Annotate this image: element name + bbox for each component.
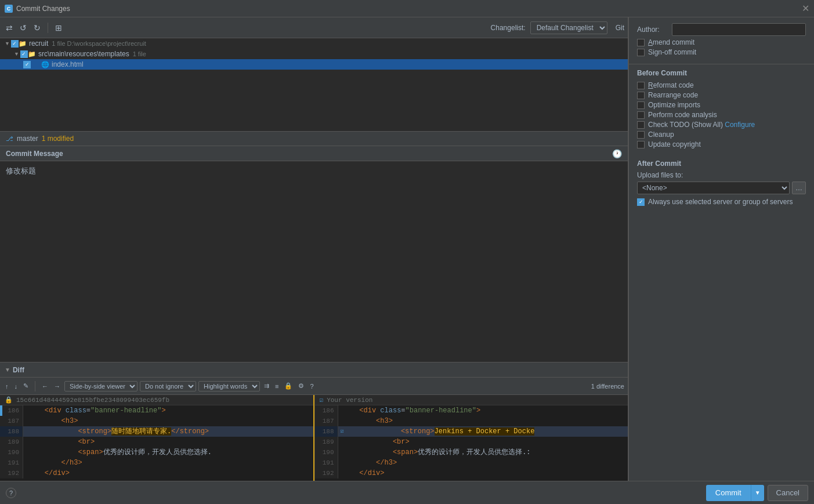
tree-item-index-html[interactable]: ✓ 🌐 index.html <box>0 59 628 70</box>
tree-meta-recruit: 1 file D:\workspace\project\recruit <box>52 40 146 47</box>
commit-dropdown-button[interactable]: ▼ <box>751 485 764 501</box>
always-use-label: Always use selected server or group of s… <box>648 198 793 206</box>
update-copyright-label: Update copyright <box>648 140 701 148</box>
rollback-button[interactable]: ↺ <box>17 22 29 34</box>
main-toolbar: ⇄ ↺ ↻ ⊞ Changelist: Default Changelist G… <box>0 17 628 38</box>
always-use-checkbox[interactable]: ✓ <box>637 198 645 206</box>
bottom-bar: ? Commit ▼ Cancel <box>0 481 814 504</box>
bottom-right: Commit ▼ Cancel <box>706 485 808 501</box>
tree-item-recruit[interactable]: ▼ ✓ 📁 recruit 1 file D:\workspace\projec… <box>0 38 628 49</box>
diff-columns-button[interactable]: ≡ <box>273 382 280 390</box>
checkbox-recruit[interactable]: ✓ <box>11 40 19 48</box>
before-commit-section: Before Commit Reformat code Rearrange co… <box>629 64 814 155</box>
diff-edit-button[interactable]: ✎ <box>21 382 30 390</box>
branch-name: master <box>17 135 38 143</box>
app-icon: C <box>5 5 13 13</box>
diff-help-button[interactable]: ? <box>308 382 315 390</box>
title-bar: C Commit Changes ✕ <box>0 0 814 17</box>
diff-navigate-left-button[interactable]: ← <box>40 382 50 390</box>
update-copyright-row: Update copyright <box>637 140 806 148</box>
diff-line-187-right: 187 <h3> <box>315 416 628 426</box>
help-button[interactable]: ? <box>6 488 16 498</box>
diff-collapse-arrow[interactable]: ▼ <box>5 367 10 373</box>
diff-left-hash: 15c661d48444592e815bfbe2348099403ec659fb <box>16 397 169 404</box>
upload-more-button[interactable]: … <box>792 182 806 194</box>
reformat-code-label: Reformat code <box>648 81 694 89</box>
bottom-left: ? <box>6 488 16 498</box>
sign-off-label: Sign-off commit <box>648 48 696 56</box>
commit-message-textarea[interactable]: 修改标题 <box>0 161 628 362</box>
diff-line-189-right: 189 <br> <box>315 437 628 447</box>
commit-button[interactable]: Commit <box>706 485 751 501</box>
diff-line-192-left: 192 </div> <box>0 468 313 478</box>
changelist-dropdown[interactable]: Default Changelist <box>530 21 607 34</box>
folder-arrow-templates: ▼ <box>14 51 19 57</box>
reformat-code-row: Reformat code <box>637 81 806 89</box>
diff-content-187-left: <h3> <box>23 416 313 426</box>
close-button[interactable]: ✕ <box>802 4 809 13</box>
diff-line-192-right: 192 </div> <box>315 468 628 478</box>
optimize-imports-checkbox[interactable] <box>637 101 645 109</box>
diff-content-186-left: <div class="banner-headline"> <box>23 405 313 416</box>
diff-lock-button[interactable]: 🔒 <box>283 382 294 390</box>
perform-code-analysis-checkbox[interactable] <box>637 111 645 119</box>
viewer-dropdown[interactable]: Side-by-side viewer <box>64 381 138 391</box>
ignore-dropdown[interactable]: Do not ignore <box>140 381 196 391</box>
diff-line-186-right: 186 <div class="banner-headline"> <box>315 405 628 416</box>
diff-content-190-left: <span>优秀的设计师，开发人员供您选择. <box>23 447 313 458</box>
refresh-button[interactable]: ↻ <box>31 22 43 34</box>
diff-right-label: Your version <box>327 397 372 404</box>
check-todo-checkbox[interactable] <box>637 121 645 129</box>
diff-line-190-right: 190 <span>优秀的设计师，开发人员供您选择.: <box>315 447 628 458</box>
diff-content-191-right: </h3> <box>338 458 628 468</box>
folder-arrow-recruit: ▼ <box>5 41 10 46</box>
checkbox-templates[interactable]: ✓ <box>20 50 28 58</box>
diff-line-191-left: 191 </h3> <box>0 458 313 468</box>
diff-merge-button[interactable]: ⇉ <box>262 382 271 390</box>
diff-right-header: ☑ Your version <box>315 395 628 405</box>
diff-next-button[interactable]: ↓ <box>13 382 20 390</box>
after-commit-section: After Commit Upload files to: <None> … ✓… <box>629 155 814 212</box>
highlight-dropdown[interactable]: Highlight words <box>198 381 260 391</box>
always-use-row: ✓ Always use selected server or group of… <box>637 198 806 206</box>
rearrange-code-checkbox[interactable] <box>637 92 645 99</box>
tree-label-index-html: index.html <box>52 60 84 68</box>
diff-prev-button[interactable]: ↑ <box>3 382 10 390</box>
move-to-changelist-button[interactable]: ⇄ <box>3 22 15 34</box>
diff-settings-button[interactable]: ⚙ <box>296 382 306 390</box>
update-copyright-checkbox[interactable] <box>637 141 645 148</box>
diff-content-188-left: <strong>随时随地聘请专家.</strong> <box>23 426 313 437</box>
rearrange-code-label: Rearrange code <box>648 91 698 99</box>
reformat-code-checkbox[interactable] <box>637 82 645 89</box>
perform-code-analysis-label: Perform code analysis <box>648 111 717 119</box>
diff-content-192-right: </div> <box>338 468 628 478</box>
commit-message-header: Commit Message 🕐 <box>0 146 628 161</box>
diff-right-checkbox[interactable]: ☑ <box>320 396 324 404</box>
expand-button[interactable]: ⊞ <box>53 22 64 34</box>
commit-history-icon[interactable]: 🕐 <box>612 149 622 158</box>
amend-commit-row: Amend commit <box>637 38 806 46</box>
diff-toolbar: ↑ ↓ ✎ ← → Side-by-side viewer Do not ign… <box>0 378 628 395</box>
tree-item-templates[interactable]: ▼ ✓ 📁 src\main\resources\templates 1 fil… <box>0 49 628 59</box>
diff-line-191-right: 191 </h3> <box>315 458 628 468</box>
cleanup-checkbox[interactable] <box>637 131 645 139</box>
checkbox-index-html[interactable]: ✓ <box>23 61 31 68</box>
modified-badge: 1 modified <box>42 135 74 143</box>
diff-line-188-right: 188 ☑ <strong>Jenkins + Docker + Docke <box>315 426 628 437</box>
diff-content-187-right: <h3> <box>338 416 628 426</box>
cancel-button[interactable]: Cancel <box>768 485 808 501</box>
sign-off-checkbox[interactable] <box>637 49 645 56</box>
toolbar-separator-1 <box>48 23 48 33</box>
main-container: ⇄ ↺ ↻ ⊞ Changelist: Default Changelist G… <box>0 17 814 504</box>
configure-link[interactable]: Configure <box>725 121 755 129</box>
tree-label-templates: src\main\resources\templates <box>38 50 129 58</box>
diff-content-189-right: <br> <box>338 437 628 447</box>
upload-select[interactable]: <None> <box>637 182 790 194</box>
author-input[interactable] <box>672 23 806 36</box>
tree-label-recruit: recruit <box>29 39 48 48</box>
file-tree: ▼ ✓ 📁 recruit 1 file D:\workspace\projec… <box>0 38 628 131</box>
cleanup-label: Cleanup <box>648 130 674 139</box>
diff-separator-1 <box>35 381 35 391</box>
diff-navigate-right-button[interactable]: → <box>52 382 62 390</box>
amend-commit-checkbox[interactable] <box>637 39 645 46</box>
